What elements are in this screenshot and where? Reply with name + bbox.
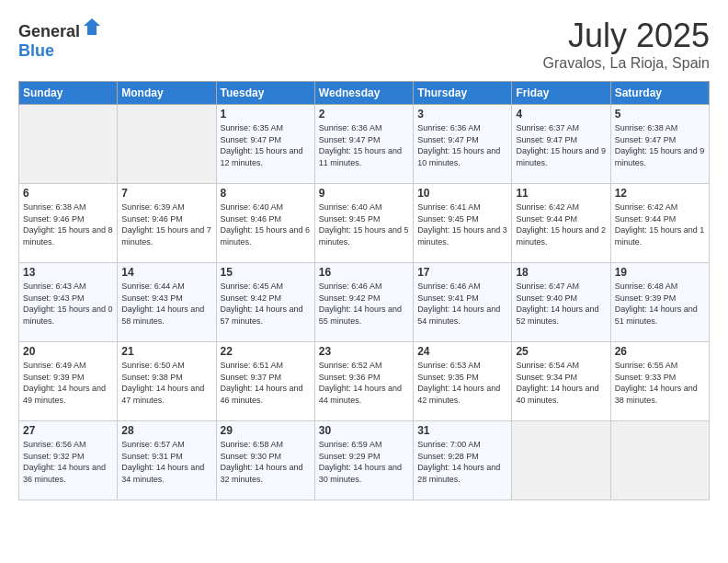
calendar-cell xyxy=(512,421,610,500)
calendar-cell: 8Sunrise: 6:40 AMSunset: 9:46 PMDaylight… xyxy=(216,184,314,263)
day-info: Sunrise: 6:58 AMSunset: 9:30 PMDaylight:… xyxy=(221,439,311,485)
logo-blue: Blue xyxy=(18,41,54,60)
day-number: 27 xyxy=(23,424,113,437)
day-number: 21 xyxy=(121,345,211,358)
day-info: Sunrise: 6:53 AMSunset: 9:35 PMDaylight:… xyxy=(417,360,507,406)
weekday-header-saturday: Saturday xyxy=(610,82,709,105)
day-number: 15 xyxy=(221,266,311,279)
weekday-header-monday: Monday xyxy=(118,82,216,105)
calendar-cell: 12Sunrise: 6:42 AMSunset: 9:44 PMDayligh… xyxy=(610,184,709,263)
day-info: Sunrise: 6:36 AMSunset: 9:47 PMDaylight:… xyxy=(417,122,507,168)
day-info: Sunrise: 6:48 AMSunset: 9:39 PMDaylight:… xyxy=(615,281,705,327)
calendar-cell xyxy=(118,105,216,184)
day-info: Sunrise: 6:37 AMSunset: 9:47 PMDaylight:… xyxy=(516,122,606,168)
day-info: Sunrise: 6:51 AMSunset: 9:37 PMDaylight:… xyxy=(221,360,311,406)
calendar-cell: 4Sunrise: 6:37 AMSunset: 9:47 PMDaylight… xyxy=(512,105,610,184)
day-info: Sunrise: 6:43 AMSunset: 9:43 PMDaylight:… xyxy=(23,281,113,327)
calendar-cell: 29Sunrise: 6:58 AMSunset: 9:30 PMDayligh… xyxy=(216,421,314,500)
page-header: General Blue July 2025 Gravalos, La Rioj… xyxy=(18,17,710,72)
calendar-cell: 11Sunrise: 6:42 AMSunset: 9:44 PMDayligh… xyxy=(512,184,610,263)
calendar-cell: 5Sunrise: 6:38 AMSunset: 9:47 PMDaylight… xyxy=(610,105,709,184)
calendar-cell: 6Sunrise: 6:38 AMSunset: 9:46 PMDaylight… xyxy=(19,184,118,263)
calendar-cell xyxy=(19,105,118,184)
calendar-cell: 25Sunrise: 6:54 AMSunset: 9:34 PMDayligh… xyxy=(512,342,610,421)
day-number: 6 xyxy=(23,187,113,200)
calendar-cell: 26Sunrise: 6:55 AMSunset: 9:33 PMDayligh… xyxy=(610,342,709,421)
day-number: 3 xyxy=(417,108,507,121)
day-number: 28 xyxy=(121,424,211,437)
calendar-cell: 22Sunrise: 6:51 AMSunset: 9:37 PMDayligh… xyxy=(216,342,314,421)
day-info: Sunrise: 6:40 AMSunset: 9:46 PMDaylight:… xyxy=(221,201,311,247)
weekday-header-sunday: Sunday xyxy=(19,82,118,105)
day-info: Sunrise: 6:42 AMSunset: 9:44 PMDaylight:… xyxy=(516,201,606,247)
day-number: 19 xyxy=(615,266,705,279)
day-number: 26 xyxy=(615,345,705,358)
day-info: Sunrise: 6:50 AMSunset: 9:38 PMDaylight:… xyxy=(121,360,211,406)
day-info: Sunrise: 6:40 AMSunset: 9:45 PMDaylight:… xyxy=(319,201,409,247)
weekday-header-friday: Friday xyxy=(512,82,610,105)
day-number: 24 xyxy=(417,345,507,358)
calendar-cell: 28Sunrise: 6:57 AMSunset: 9:31 PMDayligh… xyxy=(118,421,216,500)
day-info: Sunrise: 6:38 AMSunset: 9:47 PMDaylight:… xyxy=(615,122,705,168)
calendar-week-2: 6Sunrise: 6:38 AMSunset: 9:46 PMDaylight… xyxy=(19,184,710,263)
calendar-cell: 27Sunrise: 6:56 AMSunset: 9:32 PMDayligh… xyxy=(19,421,118,500)
day-info: Sunrise: 6:52 AMSunset: 9:36 PMDaylight:… xyxy=(319,360,409,406)
day-info: Sunrise: 6:42 AMSunset: 9:44 PMDaylight:… xyxy=(615,201,705,247)
day-number: 12 xyxy=(615,187,705,200)
day-number: 20 xyxy=(23,345,113,358)
day-number: 8 xyxy=(221,187,311,200)
day-number: 22 xyxy=(221,345,311,358)
day-info: Sunrise: 6:44 AMSunset: 9:43 PMDaylight:… xyxy=(121,281,211,327)
day-number: 14 xyxy=(121,266,211,279)
day-number: 29 xyxy=(221,424,311,437)
day-info: Sunrise: 6:46 AMSunset: 9:41 PMDaylight:… xyxy=(417,281,507,327)
calendar-week-5: 27Sunrise: 6:56 AMSunset: 9:32 PMDayligh… xyxy=(19,421,710,500)
day-info: Sunrise: 6:59 AMSunset: 9:29 PMDaylight:… xyxy=(319,439,409,485)
day-number: 5 xyxy=(615,108,705,121)
calendar-week-3: 13Sunrise: 6:43 AMSunset: 9:43 PMDayligh… xyxy=(19,263,710,342)
calendar-cell: 20Sunrise: 6:49 AMSunset: 9:39 PMDayligh… xyxy=(19,342,118,421)
day-number: 10 xyxy=(417,187,507,200)
day-info: Sunrise: 6:56 AMSunset: 9:32 PMDaylight:… xyxy=(23,439,113,485)
logo: General Blue xyxy=(18,17,102,61)
calendar-cell: 7Sunrise: 6:39 AMSunset: 9:46 PMDaylight… xyxy=(118,184,216,263)
calendar-cell: 14Sunrise: 6:44 AMSunset: 9:43 PMDayligh… xyxy=(118,263,216,342)
calendar-cell: 18Sunrise: 6:47 AMSunset: 9:40 PMDayligh… xyxy=(512,263,610,342)
calendar-cell: 10Sunrise: 6:41 AMSunset: 9:45 PMDayligh… xyxy=(414,184,512,263)
calendar-cell: 2Sunrise: 6:36 AMSunset: 9:47 PMDaylight… xyxy=(314,105,413,184)
logo-general: General xyxy=(18,22,80,40)
calendar-cell: 3Sunrise: 6:36 AMSunset: 9:47 PMDaylight… xyxy=(414,105,512,184)
day-number: 17 xyxy=(417,266,507,279)
calendar-cell xyxy=(610,421,709,500)
calendar-cell: 30Sunrise: 6:59 AMSunset: 9:29 PMDayligh… xyxy=(314,421,413,500)
weekday-header-thursday: Thursday xyxy=(414,82,512,105)
day-info: Sunrise: 6:35 AMSunset: 9:47 PMDaylight:… xyxy=(221,122,311,168)
day-info: Sunrise: 6:47 AMSunset: 9:40 PMDaylight:… xyxy=(516,281,606,327)
logo-icon xyxy=(82,17,102,37)
day-info: Sunrise: 6:55 AMSunset: 9:33 PMDaylight:… xyxy=(615,360,705,406)
calendar-cell: 31Sunrise: 7:00 AMSunset: 9:28 PMDayligh… xyxy=(414,421,512,500)
calendar-cell: 19Sunrise: 6:48 AMSunset: 9:39 PMDayligh… xyxy=(610,263,709,342)
day-info: Sunrise: 6:45 AMSunset: 9:42 PMDaylight:… xyxy=(221,281,311,327)
day-number: 25 xyxy=(516,345,606,358)
weekday-header-wednesday: Wednesday xyxy=(314,82,413,105)
calendar-cell: 17Sunrise: 6:46 AMSunset: 9:41 PMDayligh… xyxy=(414,263,512,342)
day-info: Sunrise: 6:57 AMSunset: 9:31 PMDaylight:… xyxy=(121,439,211,485)
day-info: Sunrise: 6:38 AMSunset: 9:46 PMDaylight:… xyxy=(23,201,113,247)
day-info: Sunrise: 6:49 AMSunset: 9:39 PMDaylight:… xyxy=(23,360,113,406)
weekday-header-tuesday: Tuesday xyxy=(216,82,314,105)
calendar-week-4: 20Sunrise: 6:49 AMSunset: 9:39 PMDayligh… xyxy=(19,342,710,421)
day-info: Sunrise: 6:39 AMSunset: 9:46 PMDaylight:… xyxy=(121,201,211,247)
day-info: Sunrise: 6:36 AMSunset: 9:47 PMDaylight:… xyxy=(319,122,409,168)
calendar-cell: 23Sunrise: 6:52 AMSunset: 9:36 PMDayligh… xyxy=(314,342,413,421)
day-number: 13 xyxy=(23,266,113,279)
calendar-cell: 9Sunrise: 6:40 AMSunset: 9:45 PMDaylight… xyxy=(314,184,413,263)
day-number: 1 xyxy=(221,108,311,121)
calendar-cell: 24Sunrise: 6:53 AMSunset: 9:35 PMDayligh… xyxy=(414,342,512,421)
svg-marker-0 xyxy=(84,18,100,35)
day-info: Sunrise: 6:41 AMSunset: 9:45 PMDaylight:… xyxy=(417,201,507,247)
day-number: 9 xyxy=(319,187,409,200)
location-title: Gravalos, La Rioja, Spain xyxy=(543,55,710,72)
day-info: Sunrise: 7:00 AMSunset: 9:28 PMDaylight:… xyxy=(417,439,507,485)
calendar-cell: 13Sunrise: 6:43 AMSunset: 9:43 PMDayligh… xyxy=(19,263,118,342)
